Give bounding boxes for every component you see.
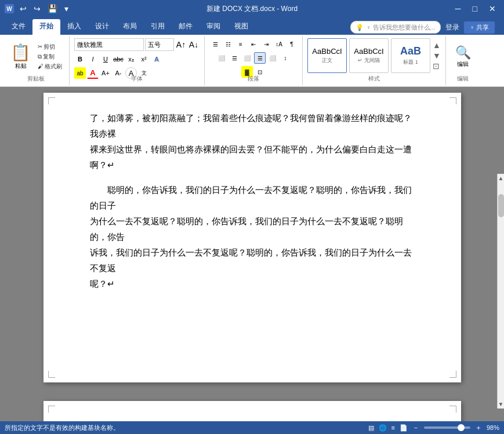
format-painter-button[interactable]: 🖌 格式刷 bbox=[35, 62, 64, 71]
tab-layout[interactable]: 布局 bbox=[116, 19, 144, 35]
corner-br-1 bbox=[449, 371, 456, 378]
pages-container: 了，如薄雾，被初阳蒸融了；我留着些什么痕迹呢？我何曾留着像游丝样的痕迹呢？我赤裸… bbox=[12, 93, 492, 415]
tell-me-search[interactable]: 💡 ♀ 告诉我您想要做什么... bbox=[350, 21, 440, 34]
underline-button[interactable]: U bbox=[100, 53, 111, 65]
minimize-button[interactable]: ─ bbox=[452, 3, 465, 14]
multilevel-button[interactable]: ≡ bbox=[235, 38, 246, 50]
align-right-button[interactable]: ⬜ bbox=[241, 52, 253, 64]
view-mode-outline[interactable]: ≡ bbox=[391, 424, 395, 431]
find-button[interactable]: 🔍 编辑 bbox=[451, 43, 476, 71]
tab-mail[interactable]: 邮件 bbox=[172, 19, 200, 35]
doc-paragraph-3: 聪明的，你告诉我，我们的日子为什么一去不复返呢？聪明的，你告诉我，我们的日子 bbox=[90, 182, 415, 213]
view-mode-draft[interactable]: 📄 bbox=[400, 424, 408, 432]
tab-insert[interactable]: 插入 bbox=[60, 19, 88, 35]
tab-design[interactable]: 设计 bbox=[88, 19, 116, 35]
scrollbar-vertical[interactable]: ▲ ▼ bbox=[497, 174, 504, 409]
close-button[interactable]: ✕ bbox=[485, 3, 499, 14]
zoom-thumb bbox=[458, 424, 465, 431]
view-mode-print[interactable]: ▤ bbox=[368, 424, 374, 432]
para-row2: ⬜ ☰ ⬜ ☰ ⬜ ↕ bbox=[216, 52, 291, 64]
show-marks-button[interactable]: ¶ bbox=[286, 38, 298, 50]
editing-group: 🔍 编辑 编辑 bbox=[446, 36, 480, 85]
font-size-down2-button[interactable]: A- bbox=[113, 67, 124, 79]
italic-button[interactable]: I bbox=[87, 53, 99, 65]
text-effects-button[interactable]: A bbox=[151, 53, 162, 65]
highlight-button[interactable]: ab bbox=[74, 67, 86, 79]
redo-button[interactable]: ↪ bbox=[31, 3, 43, 14]
copy-button[interactable]: ⧉ 复制 bbox=[35, 52, 64, 61]
align-center-button[interactable]: ☰ bbox=[229, 52, 240, 64]
copy-label: 复制 bbox=[43, 53, 55, 61]
styles-more[interactable]: ⊡ bbox=[433, 61, 441, 71]
maximize-button[interactable]: □ bbox=[469, 3, 481, 14]
cut-button[interactable]: ✂ 剪切 bbox=[35, 42, 64, 52]
font-name-input[interactable] bbox=[74, 38, 144, 51]
scroll-down-arrow[interactable]: ▼ bbox=[497, 400, 504, 409]
line-spacing-button[interactable]: ↕ bbox=[280, 52, 291, 64]
corner-tl-1 bbox=[48, 97, 55, 104]
paste-button[interactable]: 📋 粘贴 bbox=[7, 41, 34, 72]
scroll-thumb[interactable] bbox=[498, 194, 504, 217]
font-label: 字体 bbox=[131, 75, 143, 83]
word-icon: W bbox=[5, 4, 14, 13]
subscript-button[interactable]: x₂ bbox=[125, 53, 137, 65]
style-no-spacing[interactable]: AaBbCcI ↵ 无间隔 bbox=[349, 38, 389, 73]
font-size-up2-button[interactable]: A+ bbox=[100, 67, 111, 79]
numbering-button[interactable]: ☷ bbox=[222, 38, 234, 50]
style-no-spacing-preview: AaBbCcI bbox=[354, 47, 383, 56]
increase-font-button[interactable]: A↑ bbox=[175, 39, 187, 50]
editing-label: 编辑 bbox=[457, 60, 469, 68]
distribute-button[interactable]: ⬜ bbox=[267, 52, 278, 64]
font-size-input[interactable] bbox=[145, 38, 174, 51]
cut-label: 剪切 bbox=[43, 43, 55, 51]
corner-tr-2 bbox=[449, 406, 456, 413]
zoom-out-button[interactable]: － bbox=[412, 423, 419, 433]
search-icon: 🔍 bbox=[455, 45, 471, 60]
sort-button[interactable]: ↕A bbox=[273, 38, 285, 50]
bullets-button[interactable]: ☰ bbox=[209, 38, 221, 50]
style-heading1[interactable]: AaB 标题 1 bbox=[391, 38, 430, 73]
zoom-level[interactable]: 98% bbox=[487, 424, 499, 431]
quick-access-toolbar: ↩ ↪ 💾 ▾ bbox=[17, 3, 71, 14]
document-page-2: ↵ bbox=[43, 401, 461, 421]
doc-paragraph-5: 诉我，我们的日子为什么一去不复返呢？聪明的，你告诉我，我们的日子为什么一去不复返 bbox=[90, 245, 415, 276]
strikethrough-button[interactable]: abc bbox=[113, 53, 124, 65]
zoom-slider[interactable] bbox=[424, 426, 470, 429]
font-color-button[interactable]: A bbox=[87, 67, 99, 79]
clipboard-label: 剪贴板 bbox=[27, 75, 45, 83]
login-button[interactable]: 登录 bbox=[445, 23, 459, 32]
zoom-in-button[interactable]: ＋ bbox=[475, 423, 482, 433]
qa-dropdown[interactable]: ▾ bbox=[62, 3, 71, 14]
styles-label: 样式 bbox=[368, 75, 380, 83]
ribbon-tabs-area: 文件 开始 插入 设计 布局 引用 邮件 审阅 视图 💡 ♀ 告诉我您想要做什么… bbox=[0, 17, 504, 35]
styles-scroll-up[interactable]: ▲ bbox=[433, 41, 441, 50]
tab-home[interactable]: 开始 bbox=[32, 19, 60, 35]
tab-file[interactable]: 文件 bbox=[5, 19, 32, 35]
paragraph-label: 段落 bbox=[248, 75, 259, 83]
increase-indent-button[interactable]: ⇥ bbox=[260, 38, 272, 50]
tab-review[interactable]: 审阅 bbox=[200, 19, 227, 35]
clipboard-small-buttons: ✂ 剪切 ⧉ 复制 🖌 格式刷 bbox=[35, 42, 64, 71]
style-heading1-preview: AaB bbox=[400, 45, 421, 57]
editing-group-label: 编辑 bbox=[457, 75, 469, 83]
format-label: 格式刷 bbox=[45, 63, 62, 71]
styles-scroll-down[interactable]: ▼ bbox=[433, 51, 441, 60]
superscript-button[interactable]: x² bbox=[138, 53, 150, 65]
share-button[interactable]: ♀ 共享 bbox=[464, 21, 495, 34]
scroll-up-arrow[interactable]: ▲ bbox=[497, 174, 504, 183]
tab-references[interactable]: 引用 bbox=[144, 19, 172, 35]
undo-button[interactable]: ↩ bbox=[17, 3, 29, 14]
doc-paragraph-2: 裸来到这世界，转眼间也将赤裸裸的回去罢？但不能平的，为什么偏要白白走这一遭啊？↵ bbox=[90, 141, 415, 173]
align-left-button[interactable]: ⬜ bbox=[216, 52, 227, 64]
corner-bl-1 bbox=[48, 371, 55, 378]
decrease-indent-button[interactable]: ⇤ bbox=[248, 38, 259, 50]
bold-button[interactable]: B bbox=[74, 53, 86, 65]
view-mode-web[interactable]: 🌐 bbox=[379, 424, 387, 432]
font-name-row: A↑ A↓ bbox=[74, 38, 200, 51]
ribbon: 📋 粘贴 ✂ 剪切 ⧉ 复制 🖌 格式刷 剪贴板 bbox=[0, 35, 504, 87]
save-button[interactable]: 💾 bbox=[45, 3, 60, 14]
decrease-font-button[interactable]: A↓ bbox=[188, 39, 200, 50]
tab-view[interactable]: 视图 bbox=[227, 19, 255, 35]
style-zhengwen[interactable]: AaBbCcI 正文 bbox=[307, 38, 347, 73]
justify-button[interactable]: ☰ bbox=[254, 52, 266, 64]
